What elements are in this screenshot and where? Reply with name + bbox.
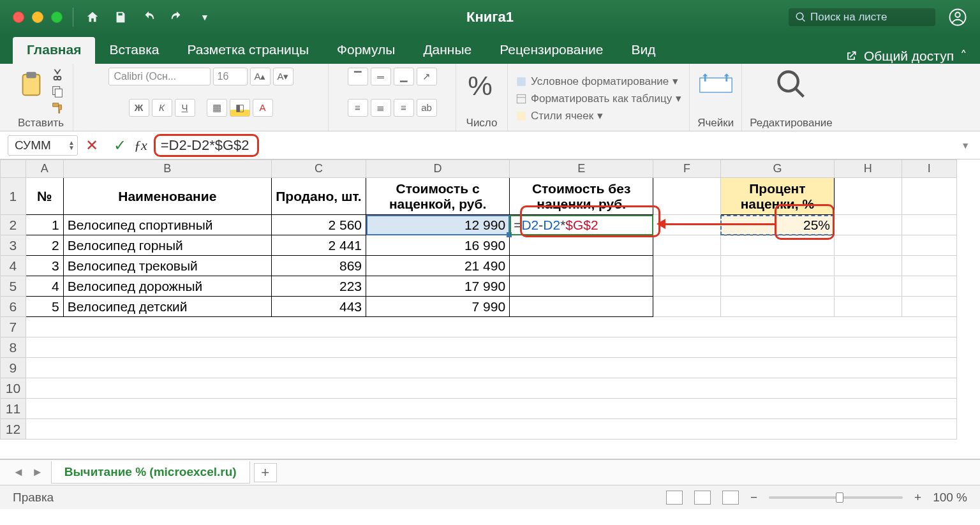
cell-I1[interactable]	[902, 178, 956, 215]
cell-H1[interactable]	[835, 178, 902, 215]
cancel-formula-button[interactable]: ✕	[85, 137, 98, 154]
row-header-4[interactable]: 4	[1, 256, 26, 276]
cell-C6[interactable]: 443	[271, 297, 366, 317]
fill-color-button[interactable]: ◧	[230, 99, 250, 117]
cell-A1[interactable]: №	[26, 178, 63, 215]
name-box-stepper[interactable]: ▲▼	[68, 140, 75, 151]
row-header-12[interactable]: 12	[1, 419, 26, 440]
search-box[interactable]: Поиск на листе	[789, 8, 935, 26]
cell-C1[interactable]: Продано, шт.	[271, 178, 366, 215]
cell-C5[interactable]: 223	[271, 276, 366, 297]
collapse-ribbon-icon[interactable]: ˄	[960, 48, 967, 64]
tab-home[interactable]: Главная	[13, 37, 95, 64]
cell-G5[interactable]	[720, 276, 834, 297]
cell-H2[interactable]	[835, 215, 902, 235]
col-header-B[interactable]: B	[63, 160, 271, 178]
row-header-7[interactable]: 7	[1, 317, 26, 337]
row-header-1[interactable]: 1	[1, 178, 26, 215]
row-header-10[interactable]: 10	[1, 378, 26, 399]
align-top-button[interactable]: ▔	[348, 68, 368, 85]
cell-F6[interactable]	[653, 297, 720, 317]
cell-C2[interactable]: 2 560	[271, 215, 366, 235]
row-header-2[interactable]: 2	[1, 215, 26, 235]
cell-H6[interactable]	[835, 297, 902, 317]
align-middle-button[interactable]: ═	[371, 68, 391, 85]
copy-icon[interactable]	[50, 84, 65, 98]
conditional-formatting-button[interactable]: Условное форматирование ▾	[516, 75, 681, 88]
cell-F4[interactable]	[653, 256, 720, 276]
row-12-cells[interactable]	[26, 419, 956, 440]
cell-B2[interactable]: Велосипед спортивный	[63, 215, 271, 235]
decrease-font-button[interactable]: A▾	[273, 68, 293, 85]
col-header-G[interactable]: G	[720, 160, 834, 178]
zoom-window-button[interactable]	[51, 11, 63, 23]
fx-icon[interactable]: ƒx	[134, 137, 147, 154]
cell-D3[interactable]: 16 990	[366, 235, 510, 256]
row-7-cells[interactable]	[26, 317, 956, 337]
cut-icon[interactable]	[50, 68, 65, 82]
save-icon[interactable]	[112, 8, 130, 26]
close-window-button[interactable]	[13, 11, 24, 23]
redo-icon[interactable]	[168, 8, 186, 26]
underline-button[interactable]: Ч	[175, 99, 195, 117]
cell-F3[interactable]	[653, 235, 720, 256]
cell-I3[interactable]	[902, 235, 956, 256]
sheet-tab-active[interactable]: Вычитание % (microexcel.ru)	[51, 461, 250, 484]
cell-E4[interactable]	[510, 256, 653, 276]
cell-D1[interactable]: Стоимость с наценкой, руб.	[366, 178, 510, 215]
sheet-nav-prev[interactable]: ►	[32, 466, 43, 479]
font-name-combo[interactable]: Calibri (Осн...	[108, 68, 211, 85]
worksheet-area[interactable]: A B C D E F G H I 1 № Наименование Прода…	[0, 159, 980, 459]
cell-A4[interactable]: 3	[26, 256, 63, 276]
qat-more-icon[interactable]: ▼	[196, 8, 214, 26]
col-header-I[interactable]: I	[902, 160, 956, 178]
expand-formula-bar-icon[interactable]: ▼	[961, 140, 970, 151]
cell-B1[interactable]: Наименование	[63, 178, 271, 215]
name-box[interactable]: СУММ ▲▼	[8, 135, 78, 156]
tab-page-layout[interactable]: Разметка страницы	[173, 37, 323, 64]
cell-H3[interactable]	[835, 235, 902, 256]
italic-button[interactable]: К	[152, 99, 172, 117]
cell-E5[interactable]	[510, 276, 653, 297]
orientation-button[interactable]: ↗	[417, 68, 437, 85]
cell-H4[interactable]	[835, 256, 902, 276]
cell-styles-button[interactable]: Стили ячеек ▾	[516, 109, 681, 122]
user-icon[interactable]	[948, 8, 967, 27]
row-header-5[interactable]: 5	[1, 276, 26, 297]
col-header-D[interactable]: D	[366, 160, 510, 178]
cell-D6[interactable]: 7 990	[366, 297, 510, 317]
percent-icon[interactable]: %	[464, 68, 500, 101]
row-header-8[interactable]: 8	[1, 337, 26, 358]
increase-font-button[interactable]: A▴	[250, 68, 271, 85]
cell-C4[interactable]: 869	[271, 256, 366, 276]
cell-I6[interactable]	[902, 297, 956, 317]
wrap-text-button[interactable]: ab	[417, 99, 437, 117]
tab-view[interactable]: Вид	[617, 37, 669, 64]
format-painter-icon[interactable]	[50, 101, 65, 115]
cell-E3[interactable]	[510, 235, 653, 256]
font-color-button[interactable]: A	[253, 99, 273, 117]
cell-I5[interactable]	[902, 276, 956, 297]
cell-G4[interactable]	[720, 256, 834, 276]
spreadsheet-grid[interactable]: A B C D E F G H I 1 № Наименование Прода…	[0, 159, 957, 440]
cell-F1[interactable]	[653, 178, 720, 215]
view-page-layout-button[interactable]	[694, 491, 711, 505]
cell-G6[interactable]	[720, 297, 834, 317]
tab-formulas[interactable]: Формулы	[323, 37, 409, 64]
col-header-F[interactable]: F	[653, 160, 720, 178]
cell-B5[interactable]: Велосипед дорожный	[63, 276, 271, 297]
cell-E2[interactable]: =D2-D2*$G$2	[510, 215, 653, 235]
home-icon[interactable]	[84, 8, 101, 26]
font-size-combo[interactable]: 16	[213, 68, 248, 85]
view-page-break-button[interactable]	[722, 491, 739, 505]
align-left-button[interactable]: ≡	[348, 99, 368, 117]
cell-D5[interactable]: 17 990	[366, 276, 510, 297]
tab-insert[interactable]: Вставка	[95, 37, 173, 64]
cell-I4[interactable]	[902, 256, 956, 276]
col-header-C[interactable]: C	[271, 160, 366, 178]
cell-A5[interactable]: 4	[26, 276, 63, 297]
cell-E6[interactable]	[510, 297, 653, 317]
tab-data[interactable]: Данные	[409, 37, 486, 64]
row-8-cells[interactable]	[26, 337, 956, 358]
col-header-H[interactable]: H	[835, 160, 902, 178]
